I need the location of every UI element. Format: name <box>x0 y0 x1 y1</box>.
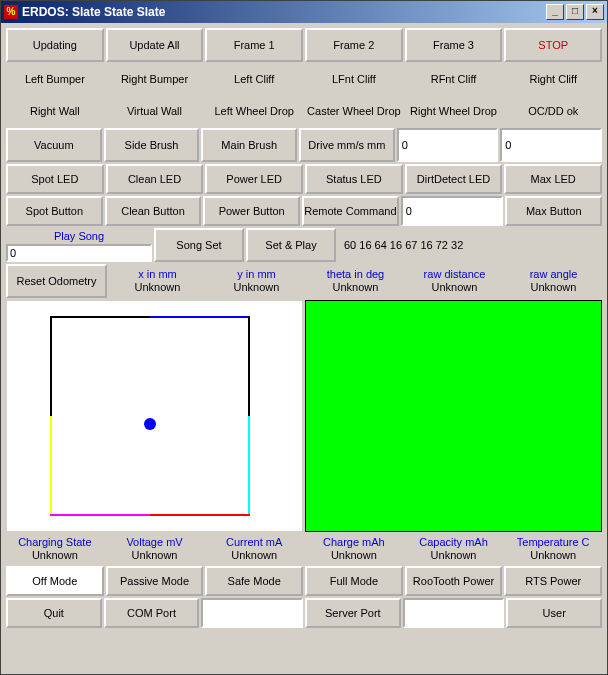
y-mm-readout: y in mmUnknown <box>208 264 305 298</box>
server-port-input[interactable] <box>403 598 505 628</box>
song-notes-label: 60 16 64 16 67 16 72 32 <box>338 228 602 262</box>
power-button[interactable]: Power Button <box>203 196 300 226</box>
window-title: ERDOS: Slate State Slate <box>22 5 544 19</box>
off-mode-button[interactable]: Off Mode <box>6 566 104 596</box>
current-readout: Current mAUnknown <box>205 534 303 564</box>
temperature-readout: Temperature CUnknown <box>504 534 602 564</box>
power-led-button[interactable]: Power LED <box>205 164 303 194</box>
main-brush-button[interactable]: Main Brush <box>201 128 297 162</box>
left-bumper-label: Left Bumper <box>6 64 104 94</box>
right-wall-label: Right Wall <box>6 96 104 126</box>
app-icon: % <box>4 5 18 19</box>
spot-led-button[interactable]: Spot LED <box>6 164 104 194</box>
passive-mode-button[interactable]: Passive Mode <box>106 566 204 596</box>
server-port-button[interactable]: Server Port <box>305 598 401 628</box>
remote-command-input[interactable]: 0 <box>401 196 504 226</box>
right-bumper-label: Right Bumper <box>106 64 204 94</box>
drive-speed-input[interactable]: 0 <box>397 128 499 162</box>
x-mm-readout: x in mmUnknown <box>109 264 206 298</box>
charging-state-readout: Charging StateUnknown <box>6 534 104 564</box>
full-mode-button[interactable]: Full Mode <box>305 566 403 596</box>
vacuum-button[interactable]: Vacuum <box>6 128 102 162</box>
sensor-canvas <box>6 300 303 532</box>
rts-power-button[interactable]: RTS Power <box>504 566 602 596</box>
com-port-button[interactable]: COM Port <box>104 598 200 628</box>
right-cliff-label: Right Cliff <box>504 64 602 94</box>
max-button[interactable]: Max Button <box>505 196 602 226</box>
play-song-input[interactable] <box>6 244 152 262</box>
com-port-input[interactable] <box>201 598 303 628</box>
reset-odometry-button[interactable]: Reset Odometry <box>6 264 107 298</box>
camera-canvas <box>305 300 602 532</box>
clean-led-button[interactable]: Clean LED <box>106 164 204 194</box>
left-wheel-drop-label: Left Wheel Drop <box>205 96 303 126</box>
spot-button[interactable]: Spot Button <box>6 196 103 226</box>
update-all-button[interactable]: Update All <box>106 28 204 62</box>
client-area: Updating Update All Frame 1 Frame 2 Fram… <box>1 23 607 633</box>
raw-distance-readout: raw distanceUnknown <box>406 264 503 298</box>
safe-mode-button[interactable]: Safe Mode <box>205 566 303 596</box>
dirtdetect-led-button[interactable]: DirtDetect LED <box>405 164 503 194</box>
lfnt-cliff-label: LFnt Cliff <box>305 64 403 94</box>
voltage-readout: Voltage mVUnknown <box>106 534 204 564</box>
ocdd-ok-label: OC/DD ok <box>504 96 602 126</box>
status-led-button[interactable]: Status LED <box>305 164 403 194</box>
play-song-label: Play Song <box>6 228 152 244</box>
max-led-button[interactable]: Max LED <box>504 164 602 194</box>
virtual-wall-label: Virtual Wall <box>106 96 204 126</box>
frame-2-button[interactable]: Frame 2 <box>305 28 403 62</box>
close-button[interactable]: × <box>586 4 604 20</box>
quit-button[interactable]: Quit <box>6 598 102 628</box>
drive-radius-input[interactable]: 0 <box>500 128 602 162</box>
right-wheel-drop-label: Right Wheel Drop <box>405 96 503 126</box>
frame-1-button[interactable]: Frame 1 <box>205 28 303 62</box>
stop-button[interactable]: STOP <box>504 28 602 62</box>
frame-3-button[interactable]: Frame 3 <box>405 28 503 62</box>
user-button[interactable]: User <box>506 598 602 628</box>
capacity-readout: Capacity mAhUnknown <box>405 534 503 564</box>
maximize-button[interactable]: □ <box>566 4 584 20</box>
song-set-button[interactable]: Song Set <box>154 228 244 262</box>
rootooth-power-button[interactable]: RooTooth Power <box>405 566 503 596</box>
charge-readout: Charge mAhUnknown <box>305 534 403 564</box>
updating-button[interactable]: Updating <box>6 28 104 62</box>
clean-button[interactable]: Clean Button <box>105 196 202 226</box>
side-brush-button[interactable]: Side Brush <box>104 128 200 162</box>
robot-marker <box>144 418 156 430</box>
theta-readout: theta in degUnknown <box>307 264 404 298</box>
app-window: % ERDOS: Slate State Slate _ □ × Updatin… <box>0 0 608 675</box>
set-play-button[interactable]: Set & Play <box>246 228 336 262</box>
left-cliff-label: Left Cliff <box>205 64 303 94</box>
rfnt-cliff-label: RFnt Cliff <box>405 64 503 94</box>
remote-command-button[interactable]: Remote Command <box>302 196 399 226</box>
raw-angle-readout: raw angleUnknown <box>505 264 602 298</box>
minimize-button[interactable]: _ <box>546 4 564 20</box>
titlebar: % ERDOS: Slate State Slate _ □ × <box>1 1 607 23</box>
drive-button[interactable]: Drive mm/s mm <box>299 128 395 162</box>
caster-wheel-drop-label: Caster Wheel Drop <box>305 96 403 126</box>
